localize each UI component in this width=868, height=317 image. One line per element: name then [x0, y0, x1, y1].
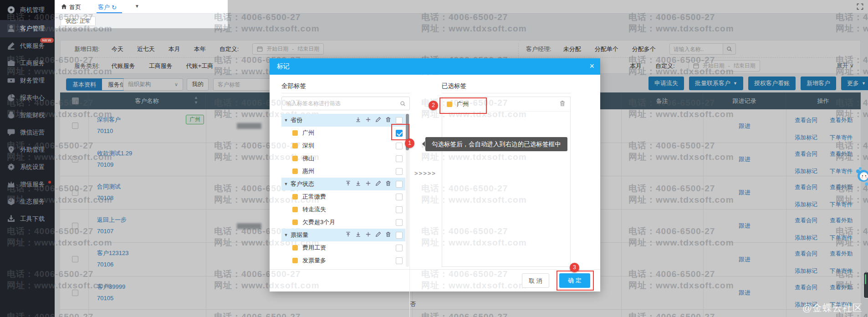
status-filter-tag[interactable]: 状态: 正常 [61, 16, 96, 26]
tag-checkbox[interactable] [396, 155, 403, 162]
plus-icon[interactable] [365, 231, 371, 239]
tab-dropdown-caret-icon[interactable]: ▼ [135, 4, 139, 9]
tag-checkbox[interactable] [396, 206, 403, 213]
tag-item-row[interactable]: 发票量多 [281, 254, 405, 267]
tab-customer-label: 客户 [98, 3, 110, 11]
tag-item-label: 发票量多 [302, 256, 396, 265]
tag-search-input[interactable] [286, 97, 398, 110]
delete-icon[interactable] [385, 117, 391, 124]
group-checkbox[interactable] [396, 181, 403, 188]
group-toolbar [345, 231, 391, 239]
annotation-step3-badge: 3 [570, 263, 579, 272]
modal-footer-divider [270, 269, 600, 270]
move-bottom-icon[interactable] [355, 231, 361, 239]
delete-icon[interactable] [385, 231, 391, 239]
caret-down-icon[interactable]: ▼ [281, 118, 291, 123]
left-panel-divider [281, 93, 410, 93]
tag-item-label: 惠州 [302, 167, 396, 175]
selected-tags-box: 广州 [442, 97, 571, 267]
plus-icon[interactable] [365, 180, 371, 188]
tag-item-row[interactable]: 正常缴费 [281, 190, 405, 203]
tag-item-label: 费用工资 [302, 244, 396, 252]
tag-item-row[interactable]: 惠州 [281, 165, 405, 178]
tag-color-swatch [292, 220, 298, 225]
tag-group-row[interactable]: ▼票据量 [281, 229, 405, 241]
tag-item-row[interactable]: 广州 [281, 127, 405, 139]
group-toolbar [345, 180, 391, 188]
annotation-step1-badge: 1 [405, 138, 414, 148]
transfer-arrows: >>>>> [414, 170, 436, 177]
tag-checkbox[interactable] [396, 143, 403, 149]
cancel-button[interactable]: 取 消 [522, 273, 549, 288]
tag-group-label: 客户状态 [291, 180, 345, 188]
tag-color-swatch [292, 169, 298, 174]
tag-checkbox[interactable] [396, 245, 403, 251]
screen-capture-widget[interactable] [863, 272, 868, 298]
caret-down-icon[interactable]: ▼ [281, 233, 291, 237]
delete-icon[interactable] [559, 100, 570, 108]
annotation-box-step1 [391, 124, 409, 140]
annotation-step2-badge: 2 [429, 101, 438, 110]
search-icon [400, 101, 406, 107]
selected-tags-title: 已选标签 [442, 82, 466, 90]
tag-group-row[interactable]: ▼客户状态 [281, 178, 405, 190]
tag-checkbox[interactable] [396, 194, 403, 200]
tag-color-swatch [292, 194, 298, 199]
edit-icon[interactable] [375, 231, 381, 239]
tag-item-row[interactable]: 佛山 [281, 152, 405, 165]
caret-down-icon[interactable]: ▼ [281, 182, 291, 186]
tag-group-label: 票据量 [291, 231, 345, 239]
tag-item-label: 转走流失 [302, 205, 396, 214]
tag-color-swatch [292, 156, 298, 161]
tag-tree: ▼省份广州深圳佛山惠州▼客户状态正常缴费转走流失欠费超3个月▼票据量费用工资发票… [281, 114, 405, 267]
tag-item-label: 深圳 [302, 142, 396, 150]
tag-item-row[interactable]: 转走流失 [281, 203, 405, 216]
right-panel-divider [442, 93, 571, 93]
tag-item-row[interactable]: 欠费超3个月 [281, 216, 405, 229]
tab-customer[interactable]: 客户 ↻ [98, 3, 117, 11]
group-toolbar [355, 117, 391, 124]
tag-item-label: 欠费超3个月 [302, 218, 396, 226]
tag-group-label: 省份 [291, 116, 355, 124]
tag-color-swatch [292, 130, 298, 136]
edit-icon[interactable] [375, 117, 381, 124]
close-icon[interactable]: × [589, 61, 594, 71]
nav-home[interactable]: 首页 [61, 3, 81, 11]
annotation-tooltip: 勾选标签后，会自动进入到右边的已选标签框中 [425, 137, 567, 151]
edit-icon[interactable] [375, 180, 381, 188]
tag-item-label: 正常缴费 [302, 193, 396, 201]
tag-checkbox[interactable] [396, 219, 403, 226]
move-bottom-icon[interactable] [355, 117, 361, 124]
all-tags-title: 全部标签 [281, 82, 306, 90]
tag-color-swatch [292, 207, 298, 212]
tag-item-row[interactable]: 费用工资 [281, 241, 405, 254]
modal-title: 标记 [277, 62, 290, 71]
tag-color-swatch [292, 245, 298, 251]
community-credit: @金蝶云社区 [802, 302, 863, 314]
overlay-top [228, 0, 868, 28]
tag-color-swatch [292, 258, 298, 263]
tag-checkbox[interactable] [396, 257, 403, 264]
plus-icon[interactable] [365, 117, 371, 124]
tag-search-box [281, 97, 410, 110]
refresh-icon[interactable]: ↻ [112, 4, 117, 11]
move-top-icon[interactable] [345, 231, 351, 239]
tag-item-label: 广州 [302, 129, 396, 137]
group-checkbox[interactable] [396, 232, 403, 239]
app-root: 商机管理客户管理代账服务NEW工商服务财务管理报表中心智能财税微信运营外勤管理系… [0, 0, 868, 317]
group-checkbox[interactable] [396, 117, 403, 124]
tag-group-row[interactable]: ▼省份 [281, 114, 405, 127]
delete-icon[interactable] [385, 180, 391, 188]
tag-modal: 电话：4006-6500-27网址：www.tdxsoft.com电话：4006… [270, 58, 600, 291]
tag-item-row[interactable]: 深圳 [281, 139, 405, 152]
overlay-sidebar [0, 0, 55, 317]
move-bottom-icon[interactable] [355, 180, 361, 188]
tag-color-swatch [292, 143, 298, 148]
tag-item-label: 佛山 [302, 154, 396, 163]
modal-header: 标记 × [270, 58, 600, 75]
tag-checkbox[interactable] [396, 168, 403, 175]
move-top-icon[interactable] [345, 180, 351, 188]
annotation-box-step3 [557, 271, 594, 291]
assistant-mascot[interactable] [854, 166, 868, 189]
tab-active-underline [97, 12, 122, 13]
